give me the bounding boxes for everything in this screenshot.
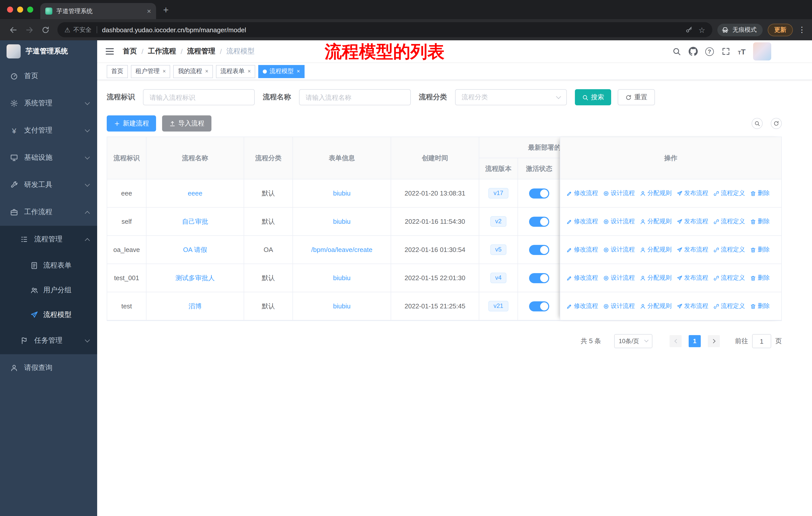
create-process-button[interactable]: 新建流程 [107, 115, 156, 132]
goto-page-input[interactable] [752, 334, 771, 348]
tag-close-icon[interactable]: × [248, 69, 251, 74]
assign-rule-link[interactable]: 分配规则 [640, 302, 671, 310]
macos-close-button[interactable] [7, 6, 13, 12]
forward-button[interactable] [22, 23, 36, 37]
sidebar-item-home[interactable]: 首页 [0, 62, 97, 90]
tag-close-icon[interactable]: × [297, 69, 300, 74]
tag-home[interactable]: 首页 [107, 65, 128, 78]
current-page-button[interactable]: 1 [689, 335, 701, 347]
breadcrumb-item[interactable]: 流程管理 [187, 47, 215, 56]
design-process-link[interactable]: 设计流程 [603, 217, 635, 226]
new-tab-button[interactable]: + [163, 5, 169, 15]
sidebar-item-leave-query[interactable]: 请假查询 [0, 354, 97, 381]
delete-process-link[interactable]: 删除 [750, 245, 770, 254]
next-page-button[interactable] [708, 335, 720, 347]
github-icon[interactable] [689, 47, 697, 56]
password-key-icon[interactable] [685, 26, 692, 33]
page-size-select[interactable]: 10条/页 [614, 334, 652, 348]
update-button[interactable]: 更新 [768, 23, 793, 36]
sidebar-item-devtools[interactable]: 研发工具 [0, 171, 97, 198]
fullscreen-icon[interactable] [721, 47, 730, 56]
sidebar-item-process-mgmt[interactable]: 流程管理 [0, 226, 97, 253]
sidebar-item-workflow[interactable]: 工作流程 [0, 198, 97, 226]
user-avatar[interactable] [753, 42, 771, 60]
design-process-link[interactable]: 设计流程 [603, 245, 635, 254]
tag-process-model[interactable]: 流程模型 × [259, 65, 304, 78]
process-definition-link[interactable]: 流程定义 [713, 274, 745, 282]
reset-button[interactable]: 重置 [618, 89, 655, 105]
publish-process-link[interactable]: 发布流程 [676, 274, 708, 282]
cell-process-name-link[interactable]: eeee [146, 180, 244, 208]
design-process-link[interactable]: 设计流程 [603, 274, 635, 282]
delete-process-link[interactable]: 删除 [750, 217, 770, 226]
publish-process-link[interactable]: 发布流程 [676, 217, 708, 226]
cell-process-name-link[interactable]: OA 请假 [146, 236, 244, 264]
tab-close-icon[interactable]: × [147, 7, 151, 15]
bookmark-star-icon[interactable]: ☆ [698, 26, 705, 33]
browser-menu-icon[interactable]: ⋮ [798, 25, 806, 34]
status-toggle[interactable] [529, 273, 549, 283]
status-toggle[interactable] [529, 245, 549, 255]
assign-rule-link[interactable]: 分配规则 [640, 245, 671, 254]
app-logo[interactable]: 芋道管理系统 [0, 40, 97, 62]
process-definition-link[interactable]: 流程定义 [713, 217, 745, 226]
edit-process-link[interactable]: 修改流程 [566, 217, 598, 226]
url-text[interactable]: dashboard.yudao.iocoder.cn/bpm/manager/m… [102, 26, 680, 33]
sidebar-item-process-form[interactable]: 流程表单 [0, 253, 97, 278]
address-bar[interactable]: ⚠ 不安全 dashboard.yudao.iocoder.cn/bpm/man… [57, 22, 712, 37]
breadcrumb-item[interactable]: 首页 [123, 47, 137, 56]
help-icon[interactable]: ? [705, 47, 714, 56]
sidebar-item-process-model[interactable]: 流程模型 [0, 302, 97, 327]
publish-process-link[interactable]: 发布流程 [676, 245, 708, 254]
assign-rule-link[interactable]: 分配规则 [640, 274, 671, 282]
show-search-toggle-button[interactable] [752, 118, 763, 129]
sidebar-item-payment[interactable]: ¥ 支付管理 [0, 117, 97, 144]
tag-my-process[interactable]: 我的流程 × [173, 65, 213, 78]
tag-process-form[interactable]: 流程表单 × [216, 65, 256, 78]
font-size-icon[interactable]: TT [738, 48, 746, 55]
search-button[interactable]: 搜索 [575, 89, 611, 105]
edit-process-link[interactable]: 修改流程 [566, 189, 598, 197]
cell-process-name-link[interactable]: 自己审批 [146, 208, 244, 236]
assign-rule-link[interactable]: 分配规则 [640, 189, 671, 197]
design-process-link[interactable]: 设计流程 [603, 302, 635, 310]
process-definition-link[interactable]: 流程定义 [713, 245, 745, 254]
sidebar-item-infra[interactable]: 基础设施 [0, 144, 97, 171]
sidebar-item-task-mgmt[interactable]: 任务管理 [0, 327, 97, 354]
back-button[interactable] [6, 23, 20, 37]
process-category-select[interactable]: 流程分类 [455, 89, 567, 105]
sidebar-item-system[interactable]: 系统管理 [0, 90, 97, 117]
delete-process-link[interactable]: 删除 [750, 302, 770, 310]
search-icon[interactable] [672, 47, 681, 56]
cell-process-name-link[interactable]: 测试多审批人 [146, 264, 244, 292]
status-toggle[interactable] [529, 216, 549, 226]
design-process-link[interactable]: 设计流程 [603, 189, 635, 197]
security-warning-icon[interactable]: ⚠ [64, 26, 70, 33]
tag-tenant-mgmt[interactable]: 租户管理 × [131, 65, 170, 78]
process-name-input[interactable] [299, 89, 411, 105]
cell-form-link[interactable]: biubiu [293, 180, 391, 208]
delete-process-link[interactable]: 删除 [750, 274, 770, 282]
macos-minimize-button[interactable] [17, 6, 23, 12]
cell-form-link[interactable]: biubiu [293, 264, 391, 292]
refresh-table-button[interactable] [771, 118, 782, 129]
publish-process-link[interactable]: 发布流程 [676, 302, 708, 310]
edit-process-link[interactable]: 修改流程 [566, 302, 598, 310]
publish-process-link[interactable]: 发布流程 [676, 189, 708, 197]
process-definition-link[interactable]: 流程定义 [713, 189, 745, 197]
cell-form-link[interactable]: /bpm/oa/leave/create [293, 236, 391, 264]
assign-rule-link[interactable]: 分配规则 [640, 217, 671, 226]
import-process-button[interactable]: 导入流程 [162, 115, 211, 132]
process-id-input[interactable] [143, 89, 255, 105]
cell-form-link[interactable]: biubiu [293, 208, 391, 236]
cell-form-link[interactable]: biubiu [293, 292, 391, 321]
cell-process-name-link[interactable]: 滔博 [146, 292, 244, 321]
security-label[interactable]: 不安全 [73, 25, 91, 34]
reload-button[interactable] [38, 23, 52, 37]
status-toggle[interactable] [529, 301, 549, 311]
process-definition-link[interactable]: 流程定义 [713, 302, 745, 310]
breadcrumb-item[interactable]: 工作流程 [148, 47, 176, 56]
macos-zoom-button[interactable] [27, 6, 33, 12]
edit-process-link[interactable]: 修改流程 [566, 274, 598, 282]
status-toggle[interactable] [529, 188, 549, 198]
